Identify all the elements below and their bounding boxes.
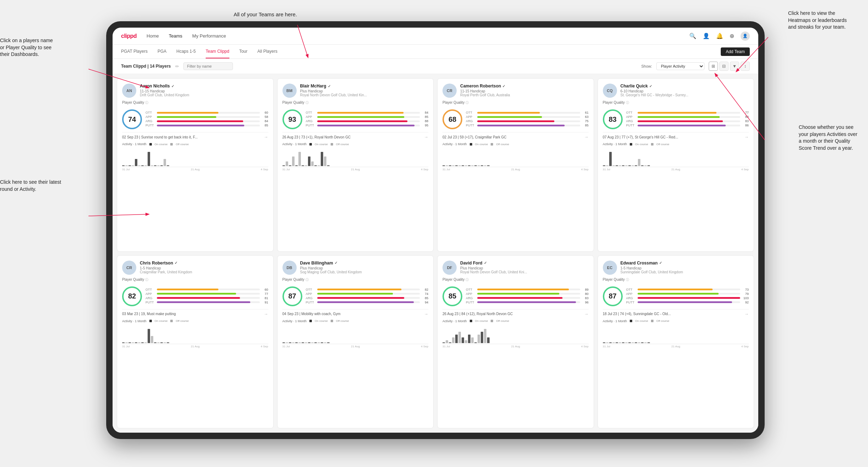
chart-bar-9 xyxy=(151,336,153,343)
chart-bar-12 xyxy=(321,152,323,166)
activity-title: Activity · 1 Month xyxy=(282,142,307,146)
quality-section[interactable]: 93 OTT 84 APP 85 ARG 88 PUTT xyxy=(282,109,429,129)
quality-circle[interactable]: 85 xyxy=(442,286,462,306)
filter-button[interactable]: ▼ xyxy=(730,62,739,71)
quality-label: Player Quality ⓘ xyxy=(603,278,749,282)
player-name[interactable]: Dave Billingham ✓ xyxy=(300,261,429,266)
quality-circle[interactable]: 87 xyxy=(603,286,623,306)
quality-section[interactable]: 74 OTT 60 APP 58 ARG 84 PUTT xyxy=(122,109,268,129)
legend-on-dot xyxy=(630,320,632,322)
last-round[interactable]: 03 Mar 23 | 19, Must make putting → xyxy=(122,309,268,317)
player-card-5[interactable]: DB Dave Billingham ✓ Plus Handicap Sog M… xyxy=(277,255,434,429)
chart-bar-5 xyxy=(138,165,141,166)
search-icon[interactable]: 🔍 xyxy=(689,33,696,39)
add-team-button[interactable]: Add Team xyxy=(721,47,750,56)
subnav-team-clippd[interactable]: Team Clippd xyxy=(206,45,229,58)
legend-on-dot xyxy=(630,143,632,146)
stat-bar-bg-putt xyxy=(317,125,420,126)
subnav-all-players[interactable]: All Players xyxy=(257,45,278,58)
chart-bar-3 xyxy=(292,156,295,166)
chart-labels: 31 Jul21 Aug4 Sep xyxy=(122,345,268,348)
chart-bar-11 xyxy=(478,335,480,343)
chart-bar-1 xyxy=(125,342,128,343)
stat-bar-bg-arg xyxy=(157,297,260,299)
chart-bar-1 xyxy=(286,161,288,166)
player-card-7[interactable]: EC Edward Crossman ✓ 1-5 Handicap Sunnin… xyxy=(598,255,754,429)
quality-circle[interactable]: 93 xyxy=(282,109,302,129)
last-round[interactable]: 18 Jul 23 | 74 (+4), Sunningdale GC - Ol… xyxy=(603,309,749,317)
last-round[interactable]: 02 Jul 23 | 59 (+17), Craigmillar Park G… xyxy=(442,132,589,139)
user-icon[interactable]: 👤 xyxy=(703,33,710,39)
nav-performance[interactable]: My Performance xyxy=(192,33,226,39)
player-card-2[interactable]: CR Cameron Robertson ✓ 11-15 Handicap Ro… xyxy=(437,78,594,252)
show-select[interactable]: Player Activity Quality Score Trend xyxy=(656,62,704,70)
last-round[interactable]: 26 Aug 23 | 84 (+12), Royal North Devon … xyxy=(442,309,589,317)
chart-bar-14 xyxy=(647,342,650,343)
quality-section[interactable]: 87 OTT 82 APP 74 ARG 85 PUTT xyxy=(282,286,429,306)
nav-teams[interactable]: Teams xyxy=(169,33,182,39)
stat-bar-putt xyxy=(157,125,244,126)
stat-value-app: 58 xyxy=(261,115,268,119)
quality-section[interactable]: 83 OTT 77 APP 80 ARG 83 PUTT xyxy=(603,109,749,129)
bell-icon[interactable]: 🔔 xyxy=(716,33,723,39)
legend-on-dot xyxy=(309,320,312,322)
last-round[interactable]: 07 Aug 23 | 77 (+7), St George's Hill GC… xyxy=(603,132,749,139)
stat-label-putt: PUTT xyxy=(306,301,316,304)
stat-value-app: 63 xyxy=(582,115,589,119)
last-round[interactable]: 04 Sep 23 | Mobility with coach, Gym → xyxy=(282,309,429,317)
list-view-button[interactable]: ⊟ xyxy=(719,62,729,71)
grid-view-button[interactable]: ⊞ xyxy=(709,62,718,71)
quality-section[interactable]: 68 OTT 61 APP 63 ARG 75 PUTT xyxy=(442,109,589,129)
chart-date-label: 31 Jul xyxy=(603,345,610,348)
player-card-3[interactable]: CQ Charlie Quick ✓ 6-10 Handicap St. Geo… xyxy=(598,78,754,252)
nav-home[interactable]: Home xyxy=(147,33,159,39)
chart-bar-12 xyxy=(641,165,644,166)
player-name[interactable]: Blair McHarg ✓ xyxy=(300,84,429,89)
chart-date-label: 31 Jul xyxy=(122,168,130,171)
stat-value-app: 77 xyxy=(261,292,268,296)
activity-header: Activity · 1 Month On course Off course xyxy=(282,319,429,323)
subnav-pgat[interactable]: PGAT Players xyxy=(121,45,148,58)
legend-off-label: Off course xyxy=(656,319,669,323)
player-card-4[interactable]: CR Chris Robertson ✓ 1-5 Handicap Craigm… xyxy=(117,255,274,429)
player-name[interactable]: Edward Crossman ✓ xyxy=(621,261,749,266)
player-club: St. George's Hill GC - Weybridge - Surre… xyxy=(621,93,749,97)
quality-section[interactable]: 82 OTT 60 APP 77 ARG 81 PUTT xyxy=(122,286,268,306)
chart-bar-1 xyxy=(286,342,288,343)
player-club: Royal North Devon Golf Club, United Kin.… xyxy=(300,93,429,97)
subnav-pga[interactable]: PGA xyxy=(158,45,166,58)
avatar[interactable]: 👤 xyxy=(741,32,750,41)
sort-button[interactable]: ↕ xyxy=(741,62,750,71)
chart-bar-1 xyxy=(606,165,609,166)
stat-row-putt: PUTT 92 xyxy=(626,301,749,304)
quality-circle[interactable]: 87 xyxy=(282,286,302,306)
quality-section[interactable]: 87 OTT 73 APP 79 ARG 103 PUTT xyxy=(603,286,749,306)
search-input[interactable] xyxy=(183,62,233,70)
subnav-hcaps[interactable]: Hcaps 1-5 xyxy=(176,45,196,58)
subnav-tour[interactable]: Tour xyxy=(239,45,247,58)
plus-circle-icon[interactable]: ⊕ xyxy=(730,33,734,39)
stat-bar-ott xyxy=(317,289,401,290)
player-name[interactable]: Charlie Quick ✓ xyxy=(621,84,749,89)
last-round[interactable]: 26 Aug 23 | 73 (+1), Royal North Devon G… xyxy=(282,132,429,139)
quality-section[interactable]: 85 OTT 89 APP 80 ARG 83 PUTT xyxy=(442,286,589,306)
player-name[interactable]: Cameron Robertson ✓ xyxy=(460,84,589,89)
last-round[interactable]: 02 Sep 23 | Sunrise round to get back in… xyxy=(122,132,268,139)
last-round-text: 26 Aug 23 | 73 (+1), Royal North Devon G… xyxy=(282,135,424,139)
player-name[interactable]: David Ford ✓ xyxy=(460,261,589,266)
quality-circle[interactable]: 82 xyxy=(122,286,142,306)
player-card-0[interactable]: AN Aaron Nicholls ✓ 11-15 Handicap Drift… xyxy=(117,78,274,252)
quality-circle[interactable]: 68 xyxy=(442,109,462,129)
edit-icon[interactable]: ✏ xyxy=(175,64,179,69)
stat-bar-app xyxy=(477,116,542,118)
quality-circle[interactable]: 83 xyxy=(603,109,623,129)
player-name[interactable]: Aaron Nicholls ✓ xyxy=(140,84,268,89)
quality-circle[interactable]: 74 xyxy=(122,109,142,129)
legend-on-dot xyxy=(309,143,312,146)
chart-bar-11 xyxy=(638,159,640,166)
player-card-6[interactable]: DF David Ford ✓ Plus Handicap Royal Nort… xyxy=(437,255,594,429)
player-card-1[interactable]: BM Blair McHarg ✓ Plus Handicap Royal No… xyxy=(277,78,434,252)
stat-value-putt: 91 xyxy=(261,301,268,304)
last-round-arrow: → xyxy=(264,312,268,317)
player-name[interactable]: Chris Robertson ✓ xyxy=(140,261,268,266)
